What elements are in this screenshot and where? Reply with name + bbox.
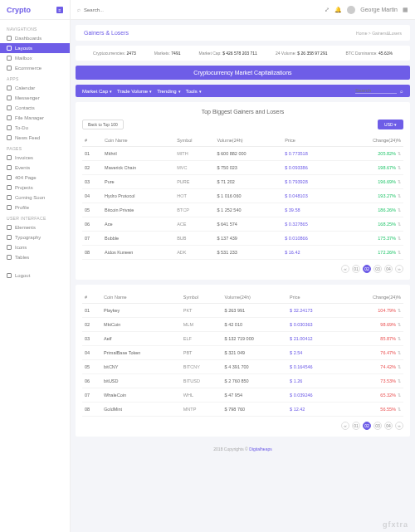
search-input[interactable] [84, 7, 150, 12]
global-search[interactable]: ⌕ [77, 7, 177, 12]
table-row[interactable]: 02 MktCoin MLM $ 42 010 $ 0.030363 98.69… [82, 318, 403, 332]
cell-price: $ 39.58 [282, 203, 338, 217]
dd-trending[interactable]: Trending▾ [157, 89, 180, 94]
brand-text: Crypto [7, 6, 31, 14]
table-row[interactable]: 04 PrimalBase Token PBT $ 321 049 $ 2.54… [82, 346, 403, 360]
cell-change: 74.42%⇅ [340, 360, 403, 374]
back-to-top100-button[interactable]: Back to Top 100 [82, 120, 124, 129]
gainers-losers-card: Top Biggest Gainers and Losers Back to T… [76, 102, 410, 280]
table-row[interactable]: 06 bitUSD BITUSD $ 2 760 850 $ 1.26 73.5… [82, 374, 403, 388]
table-row[interactable]: 08 GoldMint MNTP $ 798 760 $ 12.42 56.55… [82, 403, 403, 417]
sidebar-item-404[interactable]: 404 Page [0, 173, 70, 183]
page-4[interactable]: 04 [384, 422, 393, 430]
sidebar-item-todo[interactable]: To-Do [0, 123, 70, 133]
sidebar-item-coming[interactable]: Coming Soon [0, 193, 70, 203]
th-vol: Volume(24h) [222, 291, 287, 304]
expand-icon[interactable]: ⤢ [325, 7, 330, 13]
cell-name: WhaleCoin [101, 388, 181, 403]
nav-label: Dashboards [15, 36, 42, 41]
sidebar-item-tables[interactable]: Tables [0, 252, 70, 262]
sort-icon: ⇅ [398, 336, 401, 341]
nav-label: Layouts [15, 46, 32, 51]
sidebar-item-projects[interactable]: Projects [0, 183, 70, 193]
notification-icon[interactable]: 🔔 [334, 7, 342, 13]
cell-vol: $ 321 049 [222, 346, 287, 360]
sidebar-item-elements[interactable]: Elements [0, 222, 70, 232]
table-row[interactable]: 03 Pure PURE $ 71 202 $ 0.793928 196.69%… [82, 175, 403, 189]
page-prev[interactable]: ‹‹ [341, 422, 349, 430]
cell-change: 168.25%⇅ [338, 217, 403, 232]
user-name[interactable]: George Martin [360, 7, 398, 12]
table-row[interactable]: 02 Maverick Chain MVC $ 750 023 $ 0.0933… [82, 161, 403, 175]
table-row[interactable]: 01 Mithril MITH $ 600 882 000 $ 0.773518… [82, 147, 403, 161]
page-2[interactable]: 02 [363, 422, 371, 430]
dd-label: Tools [186, 89, 198, 94]
toolbar-search[interactable]: ⌕ [355, 88, 403, 94]
cell-name: Maverick Chain [102, 161, 174, 175]
sidebar-item-logout[interactable]: Logout [0, 271, 70, 281]
sidebar-item-messenger[interactable]: Messenger [0, 93, 70, 103]
sidebar-item-newsfeed[interactable]: News Feed [0, 133, 70, 143]
page-next[interactable]: ›› [395, 265, 403, 273]
sidebar-item-typography[interactable]: Typography [0, 232, 70, 242]
page-prev[interactable]: ‹‹ [341, 265, 349, 273]
cell-price: $ 0.773518 [282, 147, 338, 161]
toolbar-search-input[interactable] [355, 88, 397, 94]
dd-volume[interactable]: Trade Volume▾ [117, 89, 152, 94]
table-row[interactable]: 04 Hydro Protocol HOT $ 1 016 060 $ 0.04… [82, 189, 403, 203]
logout-icon [7, 273, 12, 278]
sidebar-item-mailbox[interactable]: Mailbox [0, 53, 70, 63]
th-price: Price [282, 134, 338, 147]
page-2[interactable]: 02 [363, 265, 371, 273]
cell-name: Mithril [102, 147, 174, 161]
grid-icon[interactable]: ▦ [403, 7, 408, 13]
table-row[interactable]: 01 Playkey PKT $ 263 991 $ 32.24173 104.… [82, 304, 403, 318]
table-row[interactable]: 06 Ace ACE $ 641 574 $ 0.327865 168.25%⇅ [82, 217, 403, 232]
cell-vol: $ 137 439 [214, 232, 282, 246]
nav-label: To-Do [15, 125, 28, 130]
dashboard-icon [7, 36, 12, 41]
dd-tools[interactable]: Tools▾ [186, 89, 202, 94]
news-icon [7, 135, 12, 140]
cell-price: $ 0.030363 [287, 318, 340, 332]
sidebar-item-contacts[interactable]: Contacts [0, 103, 70, 113]
sidebar-item-dashboards[interactable]: Dashboards [0, 33, 70, 43]
page-4[interactable]: 04 [384, 265, 393, 273]
sidebar-item-filemanager[interactable]: File Manager [0, 113, 70, 123]
sidebar-item-layouts[interactable]: Layouts [0, 43, 70, 53]
table-row[interactable]: 05 Bitcoin Private BTCP $ 1 252 540 $ 39… [82, 203, 403, 217]
currency-button[interactable]: USD ▾ [378, 120, 403, 129]
cell-price: $ 1.26 [287, 374, 340, 388]
topbar: ⌕ ⤢ 🔔 George Martin ▦ [71, 0, 415, 20]
page-1[interactable]: 01 [352, 422, 360, 430]
table-row[interactable]: 07 Bubble BUB $ 137 439 $ 0.010866 175.3… [82, 232, 403, 246]
table-row[interactable]: 07 WhaleCoin WHL $ 47 954 $ 0.039246 65.… [82, 388, 403, 403]
sidebar-item-ecommerce[interactable]: Ecommerce [0, 63, 70, 73]
avatar[interactable] [347, 6, 355, 14]
th-vol: Volume(24h) [214, 134, 282, 147]
page-next[interactable]: ›› [395, 422, 403, 430]
cell-vol: $ 2 760 850 [222, 374, 287, 388]
menu-toggle-icon[interactable]: ≡ [56, 7, 63, 13]
search-icon[interactable]: ⌕ [400, 89, 403, 94]
dd-marketcap[interactable]: Market Cap▾ [82, 89, 112, 94]
sidebar-item-profile[interactable]: Profile [0, 203, 70, 212]
crumb-home[interactable]: Home [356, 31, 367, 36]
page-1[interactable]: 01 [352, 265, 360, 273]
page-3[interactable]: 03 [374, 422, 382, 430]
sidebar-item-invoices[interactable]: Invoices [0, 153, 70, 163]
cell-name: bitCNY [101, 360, 181, 374]
page-3[interactable]: 03 [374, 265, 382, 273]
sidebar-item-icons[interactable]: Icons [0, 242, 70, 252]
cell-name: PrimalBase Token [101, 346, 181, 360]
footer-link[interactable]: Digitalheaps [249, 447, 272, 451]
table-row[interactable]: 03 Aelf ELF $ 132 719 000 $ 21.00412 85.… [82, 332, 403, 346]
footer-text: 2018 Copyrights © [213, 447, 247, 451]
sort-icon: ⇅ [398, 407, 401, 412]
sidebar-item-calendar[interactable]: Calendar [0, 83, 70, 93]
table-row[interactable]: 05 bitCNY BITCNY $ 4 391 700 $ 0.164546 … [82, 360, 403, 374]
table-row[interactable]: 08 Aidos Kuneen ADK $ 531 233 $ 16.42 17… [82, 246, 403, 260]
sidebar-item-events[interactable]: Events [0, 163, 70, 173]
nav-header-pages: PAGES [0, 143, 70, 153]
page-title: Gainers & Losers [84, 30, 129, 36]
